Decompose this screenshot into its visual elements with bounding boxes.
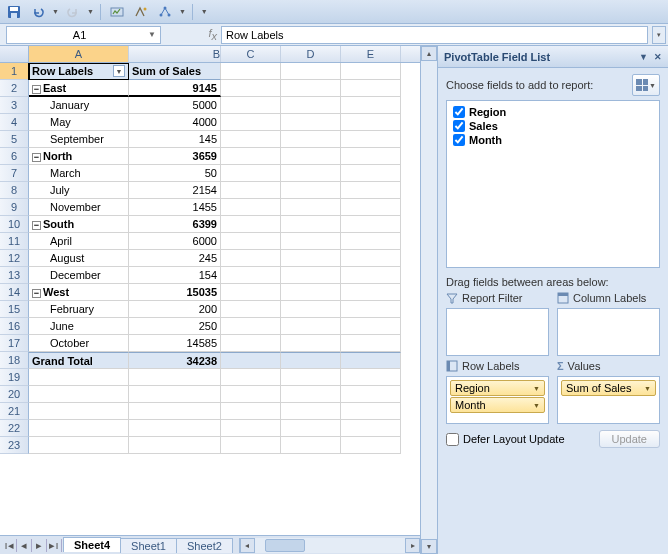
row-header[interactable]: 3 [0,97,29,114]
cell[interactable]: 14585 [129,335,221,352]
cell[interactable] [221,369,281,386]
area-field[interactable]: Month▼ [450,397,545,413]
cell[interactable] [281,437,341,454]
cell[interactable] [221,182,281,199]
undo-button[interactable] [28,2,48,22]
cell[interactable]: April [29,233,129,250]
column-header-e[interactable]: E [341,46,401,62]
cell[interactable] [221,403,281,420]
cell[interactable] [281,114,341,131]
cell[interactable] [341,233,401,250]
cell[interactable]: May [29,114,129,131]
row-header[interactable]: 9 [0,199,29,216]
cell[interactable] [281,131,341,148]
cell[interactable] [281,352,341,369]
column-header-c[interactable]: C [221,46,281,62]
cell[interactable] [221,301,281,318]
cell[interactable] [281,386,341,403]
cell[interactable] [341,318,401,335]
row-header[interactable]: 16 [0,318,29,335]
cell[interactable]: June [29,318,129,335]
collapse-icon[interactable]: − [32,153,41,162]
cell[interactable] [341,267,401,284]
cell[interactable]: 3659 [129,148,221,165]
redo-button[interactable] [63,2,83,22]
cell[interactable] [281,335,341,352]
cell[interactable] [221,386,281,403]
cell[interactable] [281,301,341,318]
pane-menu-icon[interactable]: ▼ [639,52,648,62]
cell[interactable] [341,335,401,352]
row-header[interactable]: 1 [0,63,29,80]
cell[interactable] [221,63,281,80]
row-header[interactable]: 7 [0,165,29,182]
cell[interactable] [221,97,281,114]
qat-tool-1[interactable] [107,2,127,22]
cell[interactable]: −South [29,216,129,233]
collapse-icon[interactable]: − [32,289,41,298]
cell[interactable] [281,284,341,301]
cell[interactable] [221,148,281,165]
cell[interactable] [221,250,281,267]
row-header[interactable]: 5 [0,131,29,148]
cell[interactable] [341,165,401,182]
pivot-values-header[interactable]: Sum of Sales [129,63,221,80]
row-header[interactable]: 14 [0,284,29,301]
horizontal-scrollbar[interactable]: ◂ ▸ [239,538,420,553]
cell[interactable]: 6000 [129,233,221,250]
cell[interactable] [281,369,341,386]
cell[interactable] [221,318,281,335]
sheet-tab-1[interactable]: Sheet1 [120,538,177,553]
cell[interactable] [221,420,281,437]
area-field[interactable]: Region▼ [450,380,545,396]
field-item[interactable]: Sales [451,119,655,133]
cell[interactable] [281,63,341,80]
cell[interactable] [341,148,401,165]
vertical-scrollbar[interactable]: ▴ ▾ [420,46,437,554]
cell[interactable]: July [29,182,129,199]
area-field[interactable]: Sum of Sales▼ [561,380,656,396]
select-all-corner[interactable] [0,46,29,62]
cell[interactable] [281,199,341,216]
cell[interactable] [281,420,341,437]
cell[interactable] [221,80,281,97]
cell[interactable]: February [29,301,129,318]
cell[interactable] [341,403,401,420]
cell[interactable] [341,250,401,267]
field-list-layout-button[interactable]: ▼ [632,74,660,96]
cell[interactable] [341,182,401,199]
cell[interactable] [221,267,281,284]
cell[interactable] [341,97,401,114]
column-header-a[interactable]: A [29,46,129,62]
row-header[interactable]: 20 [0,386,29,403]
sheet-tab-active[interactable]: Sheet4 [63,537,121,552]
cell[interactable]: March [29,165,129,182]
cell[interactable] [341,284,401,301]
row-header[interactable]: 11 [0,233,29,250]
cell[interactable] [221,437,281,454]
cell[interactable] [129,369,221,386]
cell[interactable] [129,403,221,420]
cell[interactable] [341,199,401,216]
formula-bar-expand-button[interactable]: ▾ [652,26,666,44]
formula-bar[interactable]: Row Labels [221,26,648,44]
row-header[interactable]: 21 [0,403,29,420]
cell[interactable]: August [29,250,129,267]
area-box-columns[interactable] [557,308,660,356]
cell[interactable] [281,148,341,165]
cell[interactable]: 2154 [129,182,221,199]
cell[interactable] [341,420,401,437]
cell[interactable] [281,318,341,335]
cell[interactable]: 6399 [129,216,221,233]
row-header[interactable]: 18 [0,352,29,369]
cell[interactable] [129,386,221,403]
cell[interactable] [281,250,341,267]
cell[interactable] [221,165,281,182]
cell[interactable] [221,352,281,369]
row-header[interactable]: 17 [0,335,29,352]
cell[interactable]: −West [29,284,129,301]
cell[interactable]: 145 [129,131,221,148]
cell[interactable] [341,131,401,148]
cell[interactable] [281,233,341,250]
cell[interactable] [281,97,341,114]
